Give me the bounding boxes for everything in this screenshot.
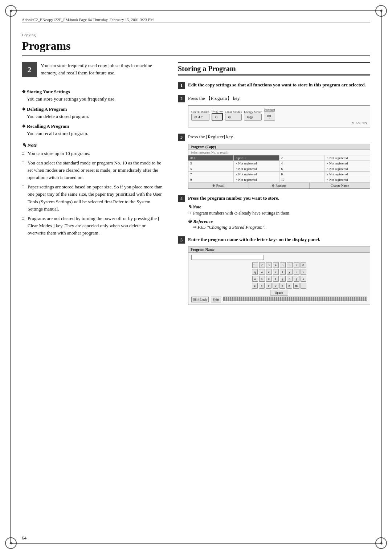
chapter-badge: 2 bbox=[22, 62, 37, 77]
diamond-section-recalling: Recalling A Program You can recall a sto… bbox=[22, 123, 163, 137]
kbd-key-5[interactable]: 5 bbox=[280, 262, 286, 268]
kbd-key-n[interactable]: n bbox=[286, 283, 292, 289]
prog-btn-recall[interactable]: ⊕ Recall bbox=[188, 183, 249, 188]
kbd-bottom-row: Shift Lock Shift bbox=[191, 297, 367, 302]
section-title: Storing a Program bbox=[178, 62, 370, 76]
prog-cell-9-name: × Not registered bbox=[234, 177, 279, 182]
zcas-label: ZCAS070N bbox=[191, 121, 367, 125]
intro-text: You can store frequently used copy job s… bbox=[22, 62, 163, 77]
kbd-key-m[interactable]: m bbox=[293, 283, 299, 289]
diamond-section-deleting: Deleting A Program You can delete a stor… bbox=[22, 106, 163, 120]
page-header: AdonisC2_ENcopy122F_FM.book Page 64 Thur… bbox=[22, 17, 370, 23]
kbd-key-r[interactable]: r bbox=[273, 269, 279, 275]
reference-box: Reference ⇒ P.65 "Changing a Stored Prog… bbox=[188, 219, 370, 230]
diamond-body-recalling: You can recall a stored program. bbox=[27, 130, 163, 137]
kbd-key-k[interactable]: k bbox=[301, 276, 306, 282]
diamond-title-recalling: Recalling A Program bbox=[22, 123, 163, 129]
note-item-3: Paper settings are stored based on paper… bbox=[22, 183, 163, 213]
control-panel-image: Check Modes ⊙4□ Program ◇ Cl bbox=[188, 105, 370, 127]
kbd-key-e[interactable]: e bbox=[266, 269, 272, 275]
prog-row-1: ⊕ 1 report 1 2 × Not registered bbox=[188, 155, 370, 161]
step-1: 1 Edit the copy settings so that all fun… bbox=[178, 81, 370, 89]
kbd-key-shift[interactable]: Shift bbox=[211, 297, 221, 302]
kbd-key-w[interactable]: w bbox=[259, 269, 265, 275]
reference-text: ⇒ P.65 "Changing a Stored Program". bbox=[188, 224, 370, 230]
kbd-key-q[interactable]: q bbox=[252, 269, 258, 275]
prog-cell-1-name: report 1 bbox=[234, 155, 279, 160]
kbd-key-t[interactable]: t bbox=[280, 269, 286, 275]
prog-btn-change-name[interactable]: Change Name bbox=[310, 183, 370, 188]
kbd-title: Program Name bbox=[188, 247, 370, 253]
ctrl-label-clear: Clear Modes bbox=[225, 110, 242, 114]
page-number: 64 bbox=[22, 535, 26, 541]
diamond-title-storing: Storing Your Settings bbox=[22, 89, 163, 95]
kbd-key-s[interactable]: s bbox=[259, 276, 265, 282]
kbd-key-1[interactable]: 1 bbox=[252, 262, 258, 268]
page-title: Programs bbox=[22, 39, 370, 56]
kbd-row-2: q w e r t y u i bbox=[191, 269, 367, 275]
intro-section: 2 You can store frequently used copy job… bbox=[22, 62, 163, 83]
note-list: You can store up to 10 programs. You can… bbox=[22, 150, 163, 237]
kbd-key-space-center[interactable]: Space bbox=[270, 290, 288, 296]
kbd-key-8[interactable]: 8 bbox=[301, 262, 306, 268]
step-2: 2 Press the 【Program】 key. Check Modes ⊙… bbox=[178, 95, 370, 127]
kbd-key-7[interactable]: 7 bbox=[294, 262, 299, 268]
keyboard-panel: Program Name 1 2 3 4 5 6 7 8 bbox=[188, 247, 370, 305]
diamond-section-storing: Storing Your Settings You can store your… bbox=[22, 89, 163, 103]
kbd-key-b[interactable]: b bbox=[279, 283, 285, 289]
kbd-key-6[interactable]: 6 bbox=[287, 262, 293, 268]
note-item-1: You can store up to 10 programs. bbox=[22, 150, 163, 157]
prog-btn-register[interactable]: ⊕ Register bbox=[249, 183, 310, 188]
main-content: Copying Programs 2 You can store frequen… bbox=[22, 33, 370, 536]
kbd-key-y[interactable]: y bbox=[287, 269, 293, 275]
kbd-key-g[interactable]: g bbox=[280, 276, 286, 282]
kbd-key-j[interactable]: j bbox=[294, 276, 299, 282]
diamond-body-storing: You can store your settings you frequent… bbox=[27, 95, 163, 103]
page-border-top bbox=[10, 10, 382, 11]
kbd-key-a[interactable]: a bbox=[252, 276, 258, 282]
prog-cell-4-num: 4 bbox=[279, 161, 325, 166]
prog-cell-6-num: 6 bbox=[279, 166, 325, 171]
kbd-key-x[interactable]: x bbox=[259, 283, 265, 289]
breadcrumb: Copying bbox=[22, 33, 370, 37]
step-4-header: 4 Press the program number you want to s… bbox=[178, 195, 370, 202]
kbd-key-shift-lock[interactable]: Shift Lock bbox=[191, 297, 209, 302]
file-info: AdonisC2_ENcopy122F_FM.book Page 64 Thur… bbox=[22, 17, 154, 22]
page-border-right bbox=[381, 10, 382, 544]
prog-row-3: 5 × Not registered 6 × Not registered bbox=[188, 166, 370, 172]
kbd-key-z[interactable]: z bbox=[252, 283, 258, 289]
corner-decoration-tl: ✦ bbox=[5, 5, 17, 17]
kbd-key-c[interactable]: c bbox=[266, 283, 271, 289]
kbd-row-space: Space bbox=[191, 290, 367, 296]
prog-cell-2-name: × Not registered bbox=[325, 155, 370, 160]
step-4-text: Press the program number you want to sto… bbox=[188, 195, 279, 202]
prog-row-4: 7 × Not registered 8 × Not registered bbox=[188, 172, 370, 177]
kbd-input-field[interactable] bbox=[191, 255, 264, 260]
program-list-panel: Program (Copy) Select program No. to rec… bbox=[188, 144, 370, 189]
page-border-bottom bbox=[10, 543, 382, 544]
step-4: 4 Press the program number you want to s… bbox=[178, 195, 370, 230]
kbd-key-f[interactable]: f bbox=[273, 276, 279, 282]
kbd-key-v[interactable]: v bbox=[273, 283, 278, 289]
step-5-text: Enter the program name with the letter k… bbox=[188, 236, 320, 243]
prog-footer: ⊕ Recall ⊕ Register Change Name bbox=[188, 183, 370, 188]
kbd-row-1: 1 2 3 4 5 6 7 8 bbox=[191, 262, 367, 268]
pencil-icon: ✎ bbox=[22, 142, 26, 148]
kbd-key-4[interactable]: 4 bbox=[273, 262, 279, 268]
kbd-key-d[interactable]: d bbox=[266, 276, 272, 282]
prog-panel-title: Program (Copy) bbox=[188, 144, 370, 150]
note-item-4: Programs are not cleared by turning the … bbox=[22, 215, 163, 237]
kbd-key-i[interactable]: i bbox=[301, 269, 306, 275]
prog-cell-7-name: × Not registered bbox=[234, 172, 279, 177]
corner-decoration-bl: ✦ bbox=[5, 537, 17, 549]
kbd-key-h[interactable]: h bbox=[287, 276, 293, 282]
step-2-header: 2 Press the 【Program】 key. bbox=[178, 95, 370, 102]
left-column: 2 You can store frequently used copy job… bbox=[22, 62, 163, 311]
kbd-key-3[interactable]: 3 bbox=[266, 262, 272, 268]
note-title: ✎ Note bbox=[22, 142, 163, 148]
kbd-key-u[interactable]: u bbox=[294, 269, 299, 275]
corner-decoration-tr: ✦ bbox=[375, 5, 387, 17]
prog-cell-10-num: 10 bbox=[279, 177, 325, 182]
kbd-key-2[interactable]: 2 bbox=[259, 262, 265, 268]
step-1-header: 1 Edit the copy settings so that all fun… bbox=[178, 81, 370, 89]
